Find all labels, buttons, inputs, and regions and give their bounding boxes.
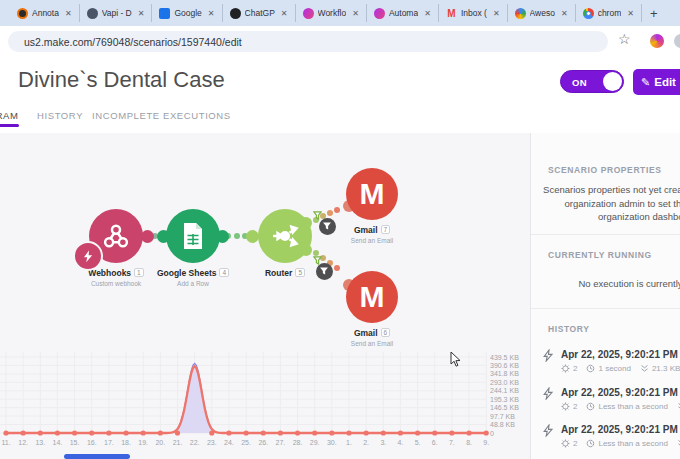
operations-gear-icon [561, 439, 570, 448]
browser-tab[interactable]: Google✕ [152, 4, 222, 22]
y-axis-label: 48.8 KB [490, 421, 515, 428]
browser-tab[interactable]: Vapi - D✕ [80, 4, 153, 22]
make-icon [303, 8, 314, 19]
tab-close-icon[interactable]: ✕ [493, 9, 500, 18]
duration-text: Less than a second [598, 439, 667, 448]
chrome-icon [583, 8, 594, 19]
tab-label: Workflo [318, 8, 347, 18]
url-text: us2.make.com/769048/scenarios/1597440/ed… [24, 36, 242, 48]
module-number-badge: 1 [134, 268, 144, 277]
tab-close-icon[interactable]: ✕ [627, 9, 634, 18]
module-gmail-bottom[interactable]: M Gmail6 Send an Email [327, 271, 417, 347]
address-bar[interactable]: us2.make.com/769048/scenarios/1597440/ed… [8, 31, 608, 52]
calendar-icon [159, 8, 170, 19]
tab-label: Google [174, 8, 201, 18]
tab-history[interactable]: HISTORY [37, 110, 83, 121]
profile-icon[interactable] [674, 34, 680, 48]
x-axis-label: 12. [18, 439, 28, 446]
tab-close-icon[interactable]: ✕ [352, 9, 359, 18]
history-entry-meta: 2Less than a second15.2 KB [561, 402, 680, 411]
y-axis-label: 341.8 KB [490, 370, 519, 377]
bookmark-star-icon[interactable]: ☆ [618, 31, 631, 47]
data-point [175, 430, 180, 435]
edit-button[interactable]: ✎ Edit [633, 69, 680, 95]
tab-incomplete-executions[interactable]: INCOMPLETE EXECUTIONS [92, 110, 231, 121]
sidebar-divider [531, 308, 680, 309]
data-point [484, 430, 489, 435]
module-google-sheets[interactable]: Google Sheets4 Add a Row [148, 209, 238, 287]
tab-close-icon[interactable]: ✕ [138, 9, 145, 18]
module-subtitle: Send an Email [327, 237, 417, 244]
data-point [415, 430, 420, 435]
new-tab-button[interactable]: + [650, 6, 658, 21]
webhooks-icon [89, 209, 143, 263]
tab-diagram[interactable]: DIAGRAM [0, 110, 19, 121]
browser-tab[interactable]: Annota✕ [10, 4, 80, 22]
y-axis-label: 293.0 KB [490, 379, 519, 386]
data-point [209, 430, 214, 435]
route-setup-icon[interactable] [313, 206, 322, 224]
lightning-icon [542, 424, 554, 437]
history-entry[interactable]: Apr 22, 2025, 9:20:21 PM21 second21.3 KB [542, 349, 680, 373]
page-title: Divine`s Dental Case [18, 67, 225, 93]
data-point [244, 430, 249, 435]
tab-close-icon[interactable]: ✕ [424, 9, 431, 18]
browser-tab[interactable]: chrom✕ [576, 4, 642, 22]
module-number-badge: 7 [381, 225, 391, 234]
x-axis-label: 19. [138, 439, 148, 446]
data-point [278, 430, 283, 435]
pencil-icon: ✎ [641, 76, 650, 89]
module-number-badge: 4 [219, 268, 229, 277]
data-point [226, 430, 231, 435]
x-axis-label: 18. [121, 439, 131, 446]
browser-tab[interactable]: ChatGP✕ [223, 4, 296, 22]
scenario-on-toggle[interactable]: ON [560, 70, 624, 93]
tab-label: Vapi - D [102, 8, 132, 18]
operations-count: 2 [573, 439, 577, 448]
history-entry-meta: 21 second21.3 KB [561, 364, 680, 373]
tab-label: Annota [32, 8, 59, 18]
transfer-size-icon [640, 364, 649, 373]
connection-dot [334, 207, 340, 213]
data-point [449, 430, 454, 435]
history-entry[interactable]: Apr 22, 2025, 9:20:21 PM2Less than a sec… [542, 387, 680, 411]
y-axis-label: 97.7 KB [490, 413, 515, 420]
data-point [261, 430, 266, 435]
gmail-icon: M [346, 168, 398, 220]
tab-close-icon[interactable]: ✕ [208, 9, 215, 18]
y-axis-label: 390.6 KB [490, 362, 519, 369]
horizontal-scrollbar-thumb[interactable] [64, 454, 130, 459]
operations-gear-icon [561, 364, 570, 373]
tab-close-icon[interactable]: ✕ [65, 9, 72, 18]
extension-icon[interactable] [650, 34, 664, 48]
data-point [123, 430, 128, 435]
x-axis-label: 3. [380, 439, 386, 446]
x-axis-label: 24. [224, 439, 234, 446]
tab-close-icon[interactable]: ✕ [561, 9, 568, 18]
browser-tab[interactable]: Automa✕ [367, 4, 439, 22]
module-gmail-top[interactable]: M Gmail7 Send an Email [327, 168, 417, 244]
data-point [158, 430, 163, 435]
browser-tab[interactable]: Workflo✕ [296, 4, 367, 22]
scenario-properties-line: Scenarios properties not yet created. Co… [539, 183, 680, 197]
tab-close-icon[interactable]: ✕ [281, 9, 288, 18]
duration-clock-icon [586, 439, 595, 448]
data-point [3, 430, 8, 435]
operations-count: 2 [573, 364, 577, 373]
router-icon [258, 209, 312, 263]
x-axis-label: 9. [483, 439, 489, 446]
tab-label: Automa [389, 8, 418, 18]
browser-tab[interactable]: MInbox (✕ [439, 4, 508, 22]
browser-tab[interactable]: Aweso✕ [508, 4, 576, 22]
y-axis-label: 0 [490, 430, 494, 437]
x-axis-label: 13. [35, 439, 45, 446]
globe-icon [87, 8, 98, 19]
history-entry[interactable]: Apr 22, 2025, 9:20:21 PM2Less than a sec… [542, 424, 680, 448]
route-setup-icon[interactable] [313, 251, 322, 269]
module-number-badge: 6 [381, 328, 391, 337]
operations-count: 2 [573, 402, 577, 411]
sidebar-divider [531, 234, 680, 235]
x-axis-label: 8. [466, 439, 472, 446]
chatgpt-icon [230, 8, 241, 19]
browser-toolbar: us2.make.com/769048/scenarios/1597440/ed… [0, 26, 680, 58]
